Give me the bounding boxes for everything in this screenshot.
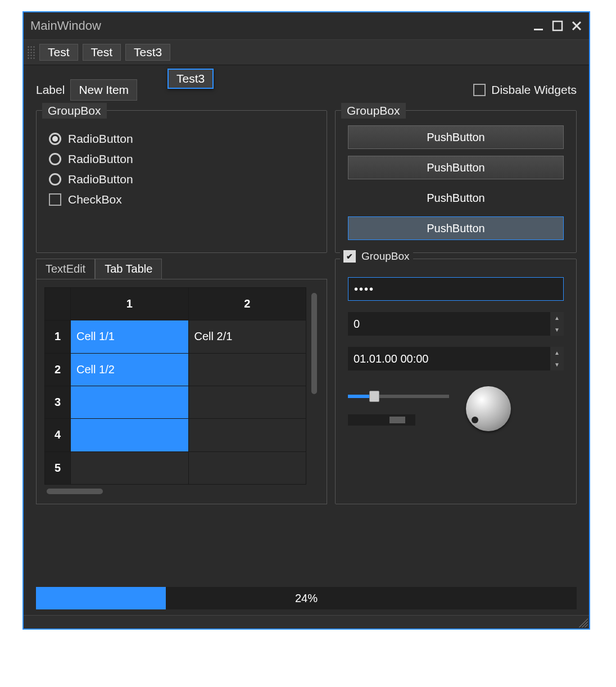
content-area: Label New Item Test3 Disbale Widgets Gro…	[24, 65, 589, 584]
datetime-value: 01.01.00 00:00	[348, 352, 550, 365]
table-row: 2 Cell 1/2	[45, 353, 306, 386]
table-corner[interactable]	[45, 288, 71, 320]
dial[interactable]	[466, 386, 511, 431]
groupbox-form-title: GroupBox	[361, 250, 410, 263]
push-button-0[interactable]: PushButton	[348, 125, 564, 149]
radio-2-label: RadioButton	[68, 173, 133, 186]
groupbox-radios: GroupBox RadioButton RadioButton RadioBu…	[36, 110, 327, 253]
table-row: 3	[45, 386, 306, 418]
progress-text: 24%	[295, 592, 318, 605]
radio-0[interactable]: RadioButton	[49, 132, 314, 146]
table-row-header[interactable]: 2	[45, 353, 71, 386]
table-row-header[interactable]: 3	[45, 386, 71, 418]
table-row-header[interactable]: 1	[45, 320, 71, 353]
tab-bar: TextEdit Tab Table	[36, 259, 327, 279]
slider[interactable]	[348, 392, 449, 400]
table-cell[interactable]	[188, 353, 306, 386]
toolbar-item-0[interactable]: Test	[39, 44, 78, 61]
label: Label	[36, 83, 65, 97]
spinbox-arrows-icon[interactable]: ▲▼	[550, 312, 564, 336]
table-cell[interactable]	[188, 419, 306, 451]
checkbox-box-icon	[49, 193, 61, 206]
groupbox-form-header[interactable]: GroupBox	[340, 250, 413, 263]
slider-handle-icon[interactable]	[369, 391, 379, 402]
svg-rect-0	[534, 29, 543, 30]
table-header-row: 1 2	[45, 288, 306, 320]
radio-icon	[49, 153, 61, 165]
spinbox-value: 0	[348, 318, 550, 331]
tab-textedit[interactable]: TextEdit	[36, 259, 95, 279]
table-row: 5	[45, 451, 306, 484]
combobox-popup-item: Test3	[176, 72, 205, 85]
radio-icon	[49, 133, 61, 145]
svg-rect-1	[553, 21, 562, 30]
table-row-header[interactable]: 4	[45, 419, 71, 451]
top-row: Label New Item Test3 Disbale Widgets	[36, 75, 577, 105]
checkbox-0[interactable]: CheckBox	[49, 193, 314, 206]
radio-icon	[49, 173, 61, 186]
busy-indicator	[348, 414, 415, 426]
table-row: 4	[45, 419, 306, 451]
progress-bar: 24%	[36, 587, 577, 609]
toolbar: Test Test Test3	[24, 39, 589, 65]
table-col-2[interactable]: 2	[188, 288, 306, 320]
table-cell[interactable]: Cell 1/1	[71, 320, 189, 353]
main-window: MainWindow Test Test Test3 Label New Ite…	[22, 11, 590, 630]
push-button-3-hover[interactable]: PushButton	[348, 216, 564, 240]
groupbox-radios-title: GroupBox	[42, 103, 107, 119]
tab-table[interactable]: Tab Table	[95, 259, 162, 279]
combobox[interactable]: New Item	[70, 79, 137, 101]
table-vscroll[interactable]	[310, 287, 319, 496]
groupbox-form: GroupBox 0 ▲▼ 01.01.00 00:00 ▲▼	[335, 259, 577, 504]
push-button-1[interactable]: PushButton	[348, 156, 564, 179]
datetime-arrows-icon[interactable]: ▲▼	[550, 347, 564, 370]
titlebar: MainWindow	[24, 12, 589, 39]
table-cell[interactable]	[188, 386, 306, 418]
toolbar-item-1[interactable]: Test	[83, 44, 121, 61]
disable-widgets-checkbox[interactable]: Disbale Widgets	[473, 83, 577, 97]
radio-1[interactable]: RadioButton	[49, 152, 314, 166]
maximize-icon[interactable]	[552, 20, 563, 31]
groupbox-buttons: GroupBox PushButton PushButton PushButto…	[335, 110, 577, 253]
table-col-1[interactable]: 1	[71, 288, 189, 320]
checkbox-box-icon	[473, 84, 486, 96]
combobox-popup[interactable]: Test3	[167, 69, 214, 89]
table-cell[interactable]	[188, 451, 306, 484]
radio-0-label: RadioButton	[68, 132, 133, 146]
lower-groups: TextEdit Tab Table 1 2 1	[36, 259, 577, 504]
table-cell[interactable]	[71, 451, 189, 484]
toolbar-drag-handle-icon[interactable]	[27, 46, 35, 59]
groupbox-buttons-title: GroupBox	[341, 103, 406, 119]
password-field[interactable]	[348, 277, 564, 301]
table-cell[interactable]	[71, 419, 189, 451]
table-cell[interactable]	[71, 386, 189, 418]
table-row-header[interactable]: 5	[45, 451, 71, 484]
tab-widget: TextEdit Tab Table 1 2 1	[36, 259, 327, 504]
progress-fill	[36, 587, 166, 609]
checkbox-0-label: CheckBox	[68, 193, 122, 206]
status-bar	[24, 615, 589, 629]
spinbox[interactable]: 0 ▲▼	[348, 312, 564, 336]
table-cell[interactable]: Cell 1/2	[71, 353, 189, 386]
toolbar-item-2[interactable]: Test3	[125, 44, 170, 61]
radio-1-label: RadioButton	[68, 152, 133, 166]
table-row: 1 Cell 1/1 Cell 2/1	[45, 320, 306, 353]
disable-widgets-label: Disbale Widgets	[491, 83, 577, 97]
groupbox-check-icon	[343, 250, 356, 263]
window-title: MainWindow	[30, 19, 101, 33]
size-grip-icon[interactable]	[579, 618, 588, 627]
table[interactable]: 1 2 1 Cell 1/1 Cell 2/1 2 Cell 1/2	[44, 287, 306, 485]
upper-groups: GroupBox RadioButton RadioButton RadioBu…	[36, 110, 577, 253]
tab-page-table: 1 2 1 Cell 1/1 Cell 2/1 2 Cell 1/2	[36, 279, 327, 504]
push-button-2-flat[interactable]: PushButton	[348, 186, 564, 210]
table-cell[interactable]: Cell 2/1	[188, 320, 306, 353]
datetime-edit[interactable]: 01.01.00 00:00 ▲▼	[348, 347, 564, 370]
minimize-icon[interactable]	[533, 20, 544, 31]
table-hscroll[interactable]	[44, 487, 134, 496]
radio-2[interactable]: RadioButton	[49, 173, 314, 186]
combobox-value: New Item	[79, 83, 129, 97]
close-icon[interactable]	[571, 20, 582, 31]
